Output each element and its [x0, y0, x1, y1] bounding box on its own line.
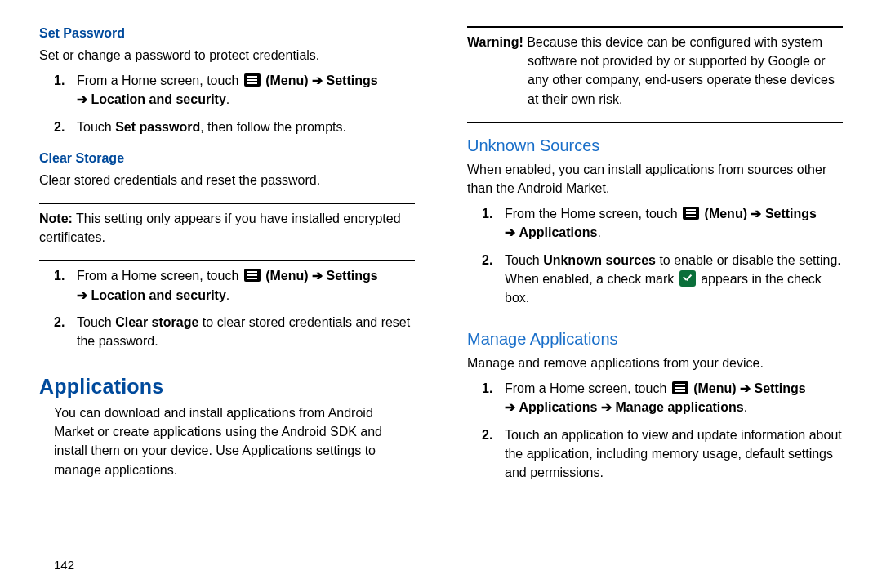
menu-icon [672, 381, 688, 394]
menu-icon [244, 74, 261, 87]
set-password-steps: From a Home screen, touch (Menu) ➔ Setti… [54, 71, 415, 145]
manage-apps-steps: From a Home screen, touch (Menu) ➔ Setti… [482, 379, 843, 490]
menu-icon [683, 207, 699, 220]
unknown-sources-step-1: From the Home screen, touch (Menu) ➔ Set… [482, 204, 843, 242]
unknown-sources-desc: When enabled, you can install applicatio… [467, 160, 843, 198]
checkmark-icon [679, 270, 696, 287]
clear-storage-note: Note: This setting only appears if you h… [39, 209, 415, 247]
set-password-step-2: Touch Set password, then follow the prom… [54, 118, 415, 136]
left-column: Set Password Set or change a password to… [39, 26, 441, 568]
set-password-step-1: From a Home screen, touch (Menu) ➔ Setti… [54, 71, 415, 109]
divider [39, 260, 415, 261]
right-column: Warning! Because this device can be conf… [441, 26, 843, 568]
unknown-sources-heading: Unknown Sources [467, 136, 843, 155]
manage-apps-step-2: Touch an application to view and update … [482, 425, 843, 483]
unknown-sources-steps: From the Home screen, touch (Menu) ➔ Set… [482, 204, 843, 315]
manage-apps-step-1: From a Home screen, touch (Menu) ➔ Setti… [482, 379, 843, 416]
applications-heading: Applications [39, 375, 415, 399]
warning-label: Warning! [467, 35, 523, 49]
clear-storage-desc: Clear stored credentials and reset the p… [39, 171, 415, 189]
divider [467, 122, 843, 123]
divider [39, 203, 415, 204]
clear-storage-heading: Clear Storage [39, 151, 415, 166]
page-number: 142 [54, 558, 74, 572]
warning-block: Warning! Because this device can be conf… [467, 33, 843, 109]
unknown-sources-step-2: Touch Unknown sources to enable or disab… [482, 251, 843, 308]
warning-body: Because this device can be configured wi… [527, 35, 835, 106]
applications-intro: You can download and install application… [54, 403, 415, 479]
menu-icon [244, 269, 261, 282]
set-password-desc: Set or change a password to protect cred… [39, 46, 415, 65]
manage-apps-heading: Manage Applications [467, 330, 843, 349]
clear-storage-step-1: From a Home screen, touch (Menu) ➔ Setti… [54, 266, 415, 304]
clear-storage-step-2: Touch Clear storage to clear stored cred… [54, 313, 415, 350]
clear-storage-steps: From a Home screen, touch (Menu) ➔ Setti… [54, 266, 415, 359]
set-password-heading: Set Password [39, 26, 415, 41]
manage-apps-desc: Manage and remove applications from your… [467, 354, 843, 372]
divider [467, 26, 843, 28]
